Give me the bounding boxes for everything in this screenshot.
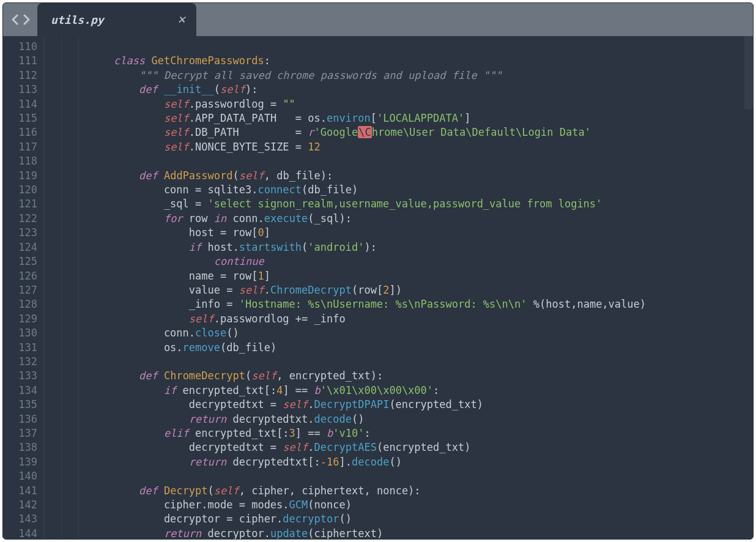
- titlebar: utils.py ×: [3, 3, 753, 36]
- nav-forward-icon[interactable]: [21, 13, 31, 26]
- line-number-gutter: 1101111121131141151161171181191201211221…: [3, 36, 43, 539]
- close-icon[interactable]: ×: [177, 13, 185, 26]
- indent-guides: [43, 36, 114, 539]
- editor-area[interactable]: 1101111121131141151161171181191201211221…: [3, 36, 753, 539]
- tab-active[interactable]: utils.py ×: [37, 3, 196, 36]
- code-content[interactable]: class GetChromePasswords: """ Decrypt al…: [114, 36, 753, 539]
- editor-window: utils.py × 11011111211311411511611711811…: [2, 2, 754, 540]
- vertical-scrollbar[interactable]: [744, 36, 753, 539]
- nav-arrows: [3, 3, 37, 36]
- tab-filename: utils.py: [51, 13, 104, 26]
- nav-back-icon[interactable]: [10, 13, 20, 26]
